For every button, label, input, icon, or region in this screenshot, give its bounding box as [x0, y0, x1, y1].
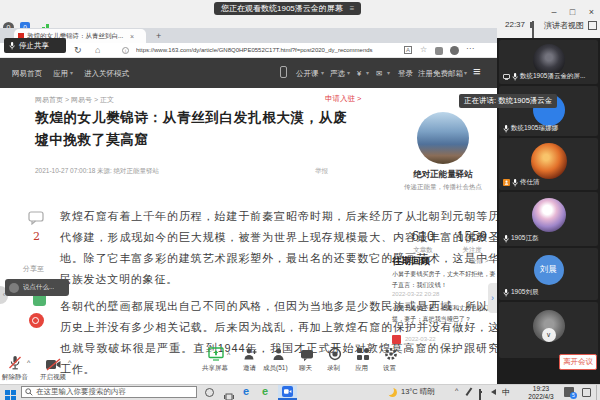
members-button[interactable]: [272, 347, 285, 365]
bookmark-star-icon[interactable]: ☆: [420, 45, 427, 54]
weibo-share-icon[interactable]: [29, 313, 44, 328]
settings-button[interactable]: [384, 347, 398, 365]
quick-chat-placeholder: 说点什么...: [23, 283, 54, 292]
apply-link[interactable]: 申请入驻 >: [325, 94, 361, 104]
taskbar-search[interactable]: 在这里输入你要搜索的内容: [21, 386, 197, 398]
mute-caret-icon[interactable]: ^: [27, 359, 30, 366]
close-button[interactable]: ×: [589, 7, 594, 17]
nav-register-link[interactable]: 注册免费邮箱: [418, 69, 463, 79]
task-view-icon[interactable]: [224, 388, 234, 400]
profile-avatar-icon[interactable]: [450, 46, 459, 55]
nav-app-link[interactable]: 应用: [53, 69, 68, 79]
translate-icon[interactable]: A: [404, 46, 412, 54]
record-button[interactable]: [328, 347, 342, 365]
author-name[interactable]: 绝对正能量驿站: [388, 169, 498, 181]
nav-hamburger-icon[interactable]: ≡: [473, 64, 481, 79]
host-badge-icon: [503, 179, 510, 186]
article-source[interactable]: 来源: 绝对正能量驿站: [97, 167, 159, 176]
nav-app-caret-icon: ▾: [70, 69, 73, 76]
volume-icon[interactable]: [491, 389, 496, 395]
mute-button[interactable]: [8, 355, 22, 375]
emoji-face-icon[interactable]: [9, 283, 19, 293]
nav-caret-4: ▾: [387, 69, 390, 76]
mute-label[interactable]: 解除静音: [2, 373, 28, 382]
article-title: 敦煌的女儿樊锦诗：从青丝到白发扎根大漠，从废墟中挽救了莫高窟: [35, 107, 353, 151]
share-caret-icon[interactable]: ^: [227, 351, 230, 358]
ime-indicator[interactable]: 中: [502, 387, 510, 398]
url-bar[interactable]: https://www.163.com/dy/article/GN8Q0HPE0…: [136, 47, 376, 53]
nav-home-link[interactable]: 网易首页: [12, 69, 42, 79]
history-item-2[interactable]: 小姑子借钱不还，婆婆和丈夫也闭口不提，妻子：真把我当哑巴了？: [392, 303, 500, 324]
participant-tile[interactable]: 1905江磊: [499, 192, 598, 246]
show-desktop-divider[interactable]: [596, 385, 597, 400]
history-title: 往期回顾: [392, 255, 430, 268]
settings-label[interactable]: 设置: [383, 364, 396, 373]
nav-care-mode-link[interactable]: 进入关怀模式: [84, 69, 129, 79]
participant-tile-sharer[interactable]: 数统1905潘云金的屏...: [499, 40, 598, 84]
apps-button[interactable]: [356, 347, 370, 365]
taskbar-clock[interactable]: 19:23 2022/4/3: [522, 385, 560, 400]
action-center-icon[interactable]: [582, 388, 591, 397]
scroll-more-chevron-icon[interactable]: ∨: [542, 328, 556, 342]
new-tab-button[interactable]: +: [156, 31, 161, 41]
minimize-button[interactable]: –: [551, 7, 556, 17]
weather-text[interactable]: 13°C 晴朗: [401, 387, 435, 397]
sidebar-collapse-handle[interactable]: ›: [488, 283, 497, 313]
reload-icon[interactable]: ↻: [74, 45, 82, 55]
leave-meeting-button[interactable]: 离开会议: [559, 354, 597, 370]
participant-tile-more[interactable]: ∨: [499, 302, 598, 358]
nav-pay-link[interactable]: ¥: [357, 69, 361, 78]
search-icon: [25, 388, 33, 396]
stop-share-chip[interactable]: 停止共享: [4, 38, 66, 53]
clock-time: 19:23: [522, 385, 560, 393]
history-all-link[interactable]: 全部 >: [470, 257, 489, 266]
site-nav: 网易首页 应用 ▾ 进入关怀模式 公开课 ▾ 严选 ▾ ¥ ▾ ✉ ▾ 登录 注…: [0, 58, 497, 88]
comment-bubble-icon[interactable]: [28, 211, 44, 225]
mobile-phone-icon[interactable]: [280, 66, 287, 78]
edge-browser-icon[interactable]: e: [243, 385, 249, 397]
participant-tile[interactable]: 刘晨 1905刘晨: [499, 248, 598, 300]
cortana-icon[interactable]: [205, 388, 214, 397]
nav-yanxuan-link[interactable]: 严选: [330, 69, 345, 79]
history-item-1[interactable]: 小舅子要钱买房子，丈夫不好拒绝，妻子直言：我们没钱！: [392, 269, 500, 290]
extensions-puzzle-icon[interactable]: [435, 47, 443, 55]
maximize-button[interactable]: □: [570, 7, 575, 17]
nav-login-link[interactable]: 登录: [398, 69, 413, 79]
author-avatar[interactable]: [417, 112, 469, 164]
home-icon[interactable]: ⌂: [95, 45, 100, 55]
share-screen-label[interactable]: 共享屏幕: [202, 364, 228, 373]
browser-360-icon[interactable]: e: [262, 385, 268, 397]
view-mode-caret-icon[interactable]: ▾: [578, 22, 581, 29]
stat2-label: 关注度: [448, 246, 496, 255]
breadcrumb[interactable]: 网易首页 > 网易号 > 正文: [35, 95, 114, 105]
watching-banner: 您正在观看数统1905潘云金的屏幕 ≡: [214, 2, 361, 15]
start-button[interactable]: [5, 387, 16, 400]
apps-label[interactable]: 应用: [355, 364, 368, 373]
video-label[interactable]: 开启视频: [40, 373, 66, 382]
nav-open-course-link[interactable]: 公开课: [296, 69, 319, 79]
report-link[interactable]: 举报: [315, 167, 328, 176]
weather-moon-icon[interactable]: [388, 388, 397, 397]
tab-close-icon[interactable]: ×: [130, 33, 134, 40]
banner-menu-icon[interactable]: ≡: [350, 2, 355, 15]
quick-chat-bar[interactable]: 说点什么...: [5, 279, 69, 296]
stop-share-label: 停止共享: [19, 41, 49, 51]
watching-banner-text: 您正在观看数统1905潘云金的屏幕: [221, 2, 343, 15]
tray-expand-caret-icon[interactable]: ^: [455, 387, 458, 394]
browser-menu-icon[interactable]: ⋯: [466, 44, 474, 53]
mic-icon: [512, 73, 518, 81]
record-label[interactable]: 录制: [327, 364, 340, 373]
members-label[interactable]: 成员(51): [263, 364, 288, 373]
invite-label[interactable]: 邀请: [243, 364, 256, 373]
meeting-app-taskbar-icon[interactable]: [278, 385, 297, 400]
notification-tray-icon[interactable]: 5: [564, 387, 574, 397]
invite-button[interactable]: [243, 347, 257, 365]
battery-icon[interactable]: [479, 389, 481, 400]
chat-label[interactable]: 聊天: [299, 364, 312, 373]
mail-icon[interactable]: ✉: [376, 69, 382, 78]
participant-tile[interactable]: 佟仕清: [499, 138, 598, 190]
share-screen-button[interactable]: [208, 347, 224, 365]
fullscreen-icon[interactable]: [588, 21, 597, 30]
nav-caret-3: ▾: [366, 69, 369, 76]
video-caret-icon[interactable]: ^: [68, 359, 71, 366]
